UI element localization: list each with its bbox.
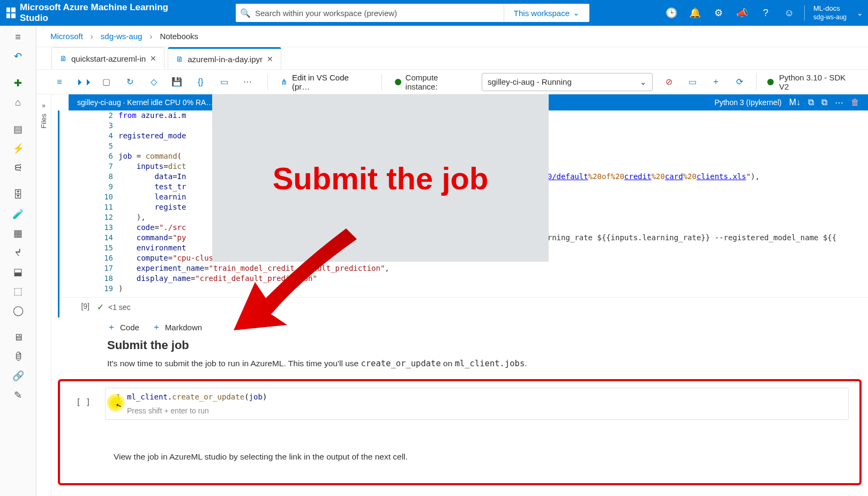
bell-icon[interactable]: 🔔 xyxy=(683,0,707,26)
plus-icon: ＋ xyxy=(107,322,116,333)
code-line[interactable]: ml_client.create_or_update(job) xyxy=(127,393,267,401)
code-cell-2-highlight: ↖ [ ] 1 ml_client.create_or_update(job) … xyxy=(58,379,862,485)
vscode-icon: ⋔ xyxy=(281,77,288,87)
save-icon[interactable]: 💾 xyxy=(170,77,184,87)
compute-value: sgilley-ci-aug - Running xyxy=(488,77,572,86)
stop-icon[interactable]: ▢ xyxy=(100,77,114,87)
search-icon: 🔍 xyxy=(236,8,255,18)
account-chevron-down-icon[interactable]: ⌄ xyxy=(852,9,868,17)
status-dot-icon xyxy=(767,79,774,85)
main-area: Microsoft › sdg-ws-aug › Notebooks 🗎 qui… xyxy=(36,26,868,496)
terminal-icon[interactable]: ▭ xyxy=(685,77,699,87)
notebook-tabs: 🗎 quickstart-azureml-in ✕ 🗎 azureml-in-a… xyxy=(36,47,868,70)
divider xyxy=(804,5,805,20)
topbar-right-icons: 🕒 🔔 ⚙ 📣 ? ☺ ML-docs sdg-ws-aug ⌄ xyxy=(660,0,868,26)
tab-quickstart[interactable]: 🗎 quickstart-azureml-in ✕ xyxy=(51,47,164,69)
exec-prompt: ↖ [ ] xyxy=(76,388,105,407)
menu-icon[interactable]: ≡ xyxy=(53,77,66,87)
designer-icon[interactable]: ᙦ xyxy=(0,159,36,177)
code-cell-2[interactable]: 1 ml_client.create_or_update(job) Press … xyxy=(105,388,849,420)
clock-icon[interactable]: 🕒 xyxy=(660,0,683,26)
separator xyxy=(381,74,382,90)
annotation-text: Submit the job xyxy=(273,160,489,196)
data-icon[interactable]: 🗄 xyxy=(0,186,36,204)
kernel-status-right: Python 3 (Ipykernel) xyxy=(714,98,781,107)
chevron-right-icon: » xyxy=(42,102,46,109)
layout: ≡ ↶ ✚ ⌂ ▤ ⚡ ᙦ 🗄 🧪 ▦ ᔪ ⬓ ⬚ ◯ 🖥 🛢 🔗 ✎ Micr… xyxy=(0,26,868,496)
labeling-icon[interactable]: ✎ xyxy=(0,386,36,404)
file-icon: 🗎 xyxy=(176,55,183,63)
jobs-icon[interactable]: 🧪 xyxy=(0,205,36,223)
environments-icon[interactable]: ⬓ xyxy=(0,263,36,281)
crumb-workspace[interactable]: sdg-ws-aug xyxy=(101,32,143,41)
crumb-notebooks: Notebooks xyxy=(160,32,198,41)
account-info[interactable]: ML-docs sdg-ws-aug xyxy=(808,4,852,21)
help-icon[interactable]: ? xyxy=(754,0,777,26)
components-icon[interactable]: ▦ xyxy=(0,224,36,242)
notebook-body: » Files sgilley-ci-aug · Kernel idle CPU… xyxy=(36,94,868,496)
gear-icon[interactable]: ⚙ xyxy=(707,0,730,26)
toc-icon[interactable]: ▭ xyxy=(217,77,231,87)
compute-icon[interactable]: 🖥 xyxy=(0,328,36,346)
markdown-toggle-icon[interactable]: M↓ xyxy=(789,98,800,107)
search-box[interactable]: 🔍 Search within your workspace (preview)… xyxy=(236,4,589,22)
datastores-icon[interactable]: 🛢 xyxy=(0,347,36,366)
chevron-down-icon: ⌄ xyxy=(573,8,580,18)
models-icon[interactable]: ⬚ xyxy=(0,282,36,300)
automl-icon[interactable]: ⚡ xyxy=(0,139,36,158)
exec-prompt-label: [ ] xyxy=(76,397,91,407)
markdown-paragraph: It's now time to submit the job to run i… xyxy=(54,352,868,368)
separator xyxy=(267,74,268,90)
kernel-selector[interactable]: Python 3.10 - SDK V2 xyxy=(756,73,868,91)
add-code-button[interactable]: ＋Code xyxy=(107,322,139,333)
md-text-1: It's now time to submit the job to run i… xyxy=(107,359,361,368)
files-panel-collapsed[interactable]: » Files xyxy=(36,94,51,496)
logo-area[interactable]: Microsoft Azure Machine Learning Studio xyxy=(0,2,171,24)
more-icon[interactable]: ⋯ xyxy=(835,98,843,108)
add-markdown-button[interactable]: ＋Markdown xyxy=(152,322,202,333)
md-mono-2: ml_client.jobs xyxy=(455,359,525,368)
markdown-heading: Submit the job xyxy=(54,338,868,352)
pipelines-icon[interactable]: ᔪ xyxy=(0,243,36,262)
hamburger-icon[interactable]: ≡ xyxy=(0,28,36,46)
restart-icon[interactable]: ↻ xyxy=(123,77,137,87)
notebook-icon[interactable]: ▤ xyxy=(0,120,36,138)
md-text-on: on xyxy=(443,359,455,368)
trash-icon[interactable]: 🗑 xyxy=(851,98,859,107)
kernel-label: Python 3.10 - SDK V2 xyxy=(779,73,857,91)
cell-below-icon[interactable]: ⧉ xyxy=(821,98,827,107)
tab-azureml-in-a-day[interactable]: 🗎 azureml-in-a-day.ipyr ✕ xyxy=(168,47,281,69)
endpoints-icon[interactable]: ◯ xyxy=(0,301,36,320)
linked-services-icon[interactable]: 🔗 xyxy=(0,367,36,385)
workspace-scope-button[interactable]: This workspace ⌄ xyxy=(504,4,589,22)
run-all-icon[interactable]: ⏵⏵ xyxy=(76,77,90,87)
stop-compute-icon[interactable]: ⊘ xyxy=(662,77,676,87)
close-icon[interactable]: ✕ xyxy=(267,55,273,63)
plus-icon[interactable]: ✚ xyxy=(0,74,36,92)
exec-time: <1 sec xyxy=(108,303,131,312)
add-code-label: Code xyxy=(120,323,139,332)
notebook-scroll[interactable]: sgilley-ci-aug · Kernel idle CPU 0% RA… … xyxy=(51,94,868,496)
variables-icon[interactable]: {} xyxy=(193,77,207,87)
close-icon[interactable]: ✕ xyxy=(150,54,156,63)
chevron-right-icon: › xyxy=(149,32,152,41)
compute-select[interactable]: sgilley-ci-aug - Running ⌄ xyxy=(482,73,653,91)
more-icon[interactable]: ⋯ xyxy=(241,77,255,87)
annotation-callout: Submit the job xyxy=(212,94,549,262)
megaphone-icon[interactable]: 📣 xyxy=(730,0,754,26)
compute-label: Compute instance: xyxy=(406,73,472,91)
refresh-compute-icon[interactable]: ⟳ xyxy=(732,77,746,87)
edit-in-vscode-button[interactable]: ⋔ Edit in VS Code (pr… xyxy=(281,73,369,91)
cell-above-icon[interactable]: ⧉ xyxy=(808,98,814,107)
tab-label: quickstart-azureml-in xyxy=(71,54,146,63)
clear-icon[interactable]: ◇ xyxy=(147,77,161,87)
add-compute-icon[interactable]: ＋ xyxy=(709,76,723,87)
account-line1: ML-docs xyxy=(813,4,847,13)
smiley-icon[interactable]: ☺ xyxy=(777,0,801,26)
home-icon[interactable]: ⌂ xyxy=(0,93,36,112)
undo-icon[interactable]: ↶ xyxy=(0,47,36,65)
add-cell-buttons: ＋Code ＋Markdown xyxy=(54,317,868,338)
crumb-microsoft[interactable]: Microsoft xyxy=(50,32,83,41)
line-gutter: 2345678910111213141516171819 xyxy=(97,110,118,294)
add-markdown-label: Markdown xyxy=(165,323,202,332)
